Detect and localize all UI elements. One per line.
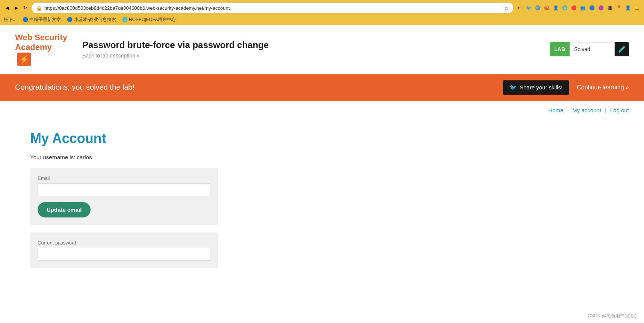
bookmarks-bar: 板下... 🔵 白帽子最新文章 🔵 小蓝本-商业信息搜索 🌐 NOSEC|FOF… [0, 16, 644, 25]
site-header: Web Security Academy ⚡ Password brute-fo… [0, 25, 644, 74]
log-out-link[interactable]: Log out [610, 107, 629, 113]
banner-message: Congratulations, you solved the lab! [15, 83, 135, 92]
lab-status-area: LAB Solved 🧪 [550, 42, 629, 56]
logo-area: Web Security Academy ⚡ [15, 33, 67, 66]
ext-icon-7[interactable]: 🔴 [570, 5, 577, 11]
sep-2: | [605, 107, 606, 113]
current-password-input[interactable] [38, 248, 210, 261]
extension-icons: ↩ 🐦 🌀 🍪 👤 🌐 🔴 👥 🔵 🟣 🎩 📍 👤 🔔 [516, 5, 640, 11]
main-content: My Account Your username is: carlos Emai… [0, 119, 644, 279]
current-password-label: Current password [38, 240, 210, 246]
flask-button[interactable]: 🧪 [615, 42, 629, 56]
banner-actions: 🐦 Share your skills! Continue learning » [503, 80, 629, 95]
ext-icon-12[interactable]: 📍 [615, 5, 622, 11]
browser-chrome: ◀ ▶ ↻ 🔒 https://0ac800d503ceb8d4c22ba7de… [0, 0, 644, 16]
bookmark-3[interactable]: 🔵 小蓝本-商业信息搜索 [67, 17, 116, 23]
lab-badge: LAB [550, 42, 570, 56]
browser-nav-icons: ◀ ▶ ↻ [4, 5, 29, 11]
email-form-section: Email Update email [30, 168, 218, 225]
bookmark-star-icon[interactable]: ☆ [504, 5, 509, 11]
ext-icon-11[interactable]: 🎩 [606, 5, 613, 11]
forward-icon[interactable]: ▶ [13, 5, 20, 11]
ext-icon-3[interactable]: 🌀 [534, 5, 541, 11]
lock-icon: 🔒 [36, 5, 42, 11]
back-to-lab-link[interactable]: Back to lab description » [82, 53, 140, 59]
home-link[interactable]: Home [548, 107, 563, 113]
ext-icon-13[interactable]: 👤 [624, 5, 631, 11]
ext-icon-8[interactable]: 👥 [579, 5, 586, 11]
back-icon[interactable]: ◀ [4, 5, 11, 11]
solved-field: Solved [570, 42, 615, 56]
continue-learning-link[interactable]: Continue learning » [577, 84, 629, 91]
top-nav: Home | My account | Log out [0, 101, 644, 119]
ext-icon-2[interactable]: 🐦 [525, 5, 532, 11]
logo-text-block: Web Security Academy ⚡ [15, 33, 67, 66]
refresh-icon[interactable]: ↻ [22, 5, 29, 11]
ext-icon-4[interactable]: 🍪 [543, 5, 550, 11]
email-input[interactable] [38, 183, 210, 196]
bookmark-4[interactable]: 🌐 NOSEC|FOFA用户中心 [122, 17, 176, 23]
share-button[interactable]: 🐦 Share your skills! [503, 80, 569, 95]
share-label: Share your skills! [520, 84, 562, 91]
logo-line1: Web Security [15, 33, 67, 42]
page-container: Web Security Academy ⚡ Password brute-fo… [0, 25, 644, 318]
url-bar[interactable]: 🔒 https://0ac800d503ceb8d4c22ba7de004600… [32, 3, 513, 13]
page-title: My Account [30, 131, 614, 146]
ext-icon-9[interactable]: 🔵 [588, 5, 595, 11]
my-account-link[interactable]: My account [572, 107, 601, 113]
sep-1: | [567, 107, 568, 113]
bookmark-1[interactable]: 板下... [4, 17, 17, 23]
twitter-icon: 🐦 [509, 84, 517, 91]
update-email-button[interactable]: Update email [38, 202, 91, 217]
bookmark-2[interactable]: 🔵 白帽子最新文章 [23, 17, 61, 23]
username-line: Your username is: carlos [30, 154, 614, 160]
lab-title: Password brute-force via password change [82, 40, 550, 50]
email-label: Email [38, 175, 210, 181]
ext-icon-5[interactable]: 👤 [552, 5, 559, 11]
ext-icon-6[interactable]: 🌐 [561, 5, 568, 11]
footer-note: CSDN @黑色地带(崛起) [588, 313, 636, 318]
ext-icon-1[interactable]: ↩ [516, 5, 523, 11]
ext-icon-10[interactable]: 🟣 [597, 5, 604, 11]
url-text: https://0ac800d503ceb8d4c22ba7de004600b6… [44, 5, 230, 11]
ext-icon-14[interactable]: 🔔 [633, 5, 640, 11]
logo-text: Web Security Academy ⚡ [15, 33, 67, 66]
logo-icon: ⚡ [17, 53, 31, 66]
password-form-section: Current password [30, 232, 218, 268]
logo-line2: Academy [15, 42, 52, 52]
success-banner: Congratulations, you solved the lab! 🐦 S… [0, 74, 644, 101]
lab-title-area: Password brute-force via password change… [82, 40, 550, 59]
